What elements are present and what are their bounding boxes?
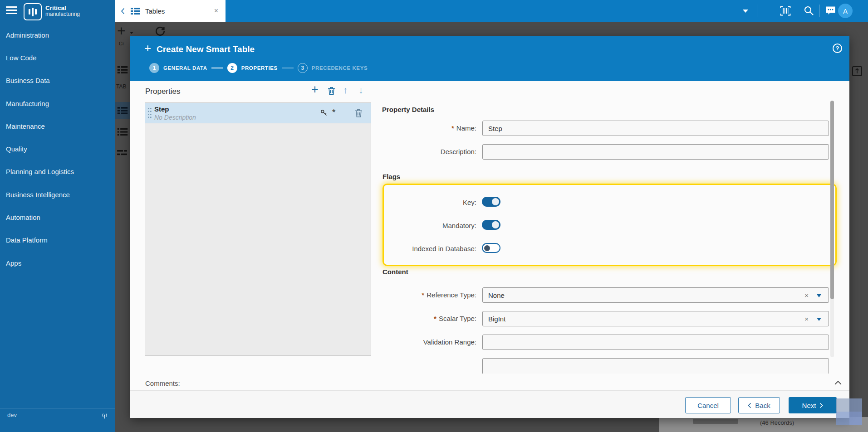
critical-manufacturing-logo [24, 3, 42, 20]
step-3-label[interactable]: PRECEDENCE KEYS [312, 65, 368, 71]
mandatory-flag-icon: * [332, 107, 335, 117]
reference-type-select[interactable]: None × [482, 287, 829, 303]
background-pagination-fragment [693, 419, 738, 424]
clipped-next-input[interactable] [482, 358, 829, 375]
dropdown-caret-icon[interactable] [817, 294, 821, 300]
validation-range-input[interactable] [482, 335, 829, 350]
dropdown-caret-icon[interactable] [817, 318, 821, 323]
modal-header: + Create New Smart Table ? 1 GENERAL DAT… [130, 36, 849, 81]
property-item-name: Step [154, 105, 169, 113]
background-selected-row [115, 102, 130, 119]
background-create-button: + [117, 23, 126, 39]
delete-item-icon[interactable] [355, 109, 363, 117]
step-2-label[interactable]: PROPERTIES [241, 65, 278, 71]
tab-tables[interactable]: Tables × [115, 0, 226, 22]
background-grid-icon [117, 66, 128, 73]
next-button[interactable]: Next [789, 397, 837, 413]
help-icon[interactable]: ? [833, 44, 842, 53]
property-list-item-step[interactable]: Step No Description * [145, 103, 371, 123]
move-property-up-button[interactable]: ↑ [343, 85, 348, 96]
comments-label: Comments: [145, 379, 180, 387]
description-label: Description: [357, 148, 476, 155]
tab-close-icon[interactable]: × [212, 6, 220, 16]
scalar-type-select[interactable]: BigInt × [482, 311, 829, 326]
indexed-in-database-toggle[interactable] [482, 243, 500, 253]
step-1-circle[interactable]: 1 [149, 63, 159, 73]
add-property-button[interactable]: + [311, 83, 319, 97]
create-smart-table-modal: + Create New Smart Table ? 1 GENERAL DAT… [130, 36, 849, 418]
comments-collapse-chevron-icon[interactable] [834, 381, 842, 385]
step-3-circle[interactable]: 3 [298, 63, 308, 73]
step-2-circle[interactable]: 2 [227, 63, 237, 73]
sidebar-item-apps[interactable]: Apps [0, 252, 115, 274]
background-create-label-fragment: Cr [119, 41, 124, 46]
mandatory-toggle[interactable] [482, 220, 500, 230]
required-marker: * [451, 124, 454, 132]
step-1-label[interactable]: GENERAL DATA [163, 65, 207, 71]
toggle-knob [492, 221, 499, 228]
clear-icon[interactable]: × [804, 315, 809, 323]
background-list-icon [117, 128, 128, 136]
tab-title: Tables [145, 7, 212, 15]
move-property-down-button[interactable]: ↓ [358, 85, 363, 96]
scalar-type-label: * Scalar Type: [357, 315, 476, 322]
sidebar-item-business-intelligence[interactable]: Business Intelligence [0, 183, 115, 206]
connection-status-icon [101, 412, 108, 419]
sidebar-item-low-code[interactable]: Low Code [0, 46, 115, 69]
properties-panel-title: Properties [145, 87, 180, 96]
sidebar-item-maintenance[interactable]: Maintenance [0, 115, 115, 137]
brand-name: Critical [45, 5, 80, 11]
tab-back-chevron-icon[interactable] [121, 8, 125, 15]
topbar-dropdown-caret-icon[interactable] [743, 10, 748, 15]
description-input[interactable] [482, 144, 829, 160]
drag-handle-icon[interactable] [148, 108, 152, 118]
properties-list: Step No Description * [145, 102, 371, 356]
sidebar-item-quality[interactable]: Quality [0, 137, 115, 160]
background-column-header-fragment: TAB [116, 83, 126, 90]
topbar-divider [819, 5, 820, 17]
topbar-divider [757, 5, 757, 17]
top-bar: Tables × A [115, 0, 868, 22]
modal-scrollbar[interactable] [830, 101, 834, 357]
sidebar-item-manufacturing[interactable]: Manufacturing [0, 92, 115, 115]
hamburger-menu-icon[interactable] [6, 6, 17, 14]
search-icon[interactable] [804, 5, 814, 16]
avatar[interactable]: A [838, 4, 853, 18]
step-connector [211, 68, 223, 68]
clear-icon[interactable]: × [804, 291, 809, 299]
name-label: * Name: [357, 124, 476, 132]
table-grid-icon [131, 8, 140, 15]
toggle-knob [484, 245, 490, 251]
reference-type-label: * Reference Type: [357, 291, 476, 299]
step-connector [282, 68, 294, 68]
sidebar-item-automation[interactable]: Automation [0, 206, 115, 228]
background-record-count: (46 Records) [760, 419, 794, 426]
sidebar-item-business-data[interactable]: Business Data [0, 69, 115, 92]
modal-scrollbar-thumb[interactable] [830, 101, 834, 299]
cancel-button[interactable]: Cancel [685, 397, 731, 413]
barcode-scanner-icon[interactable] [780, 6, 791, 16]
key-toggle[interactable] [482, 197, 500, 207]
next-chevron-icon [819, 403, 823, 408]
content-heading: Content [383, 268, 408, 276]
sidebar-nav: Administration Low Code Business Data Ma… [0, 24, 115, 274]
background-rows-icon [117, 150, 127, 155]
property-item-description: No Description [154, 114, 196, 121]
name-input[interactable]: Step [482, 121, 829, 136]
messages-icon[interactable] [825, 6, 836, 16]
brand-text: Critical manufacturing [45, 5, 80, 17]
click-indicator-overlay [836, 398, 862, 425]
sidebar-item-data-platform[interactable]: Data Platform [0, 229, 115, 252]
required-marker: * [422, 291, 424, 299]
back-button[interactable]: Back [738, 397, 780, 413]
comments-divider [130, 376, 849, 376]
key-toggle-label: Key: [357, 199, 476, 206]
property-details-heading: Property Details [382, 106, 434, 113]
indexed-toggle-label: Indexed in Database: [357, 245, 476, 252]
sidebar-footer-divider [0, 408, 115, 408]
sidebar-item-planning-and-logistics[interactable]: Planning and Logistics [0, 160, 115, 183]
delete-property-button[interactable] [328, 87, 335, 95]
sidebar-item-administration[interactable]: Administration [0, 24, 115, 46]
flags-heading: Flags [383, 173, 400, 180]
back-chevron-icon [748, 403, 751, 408]
